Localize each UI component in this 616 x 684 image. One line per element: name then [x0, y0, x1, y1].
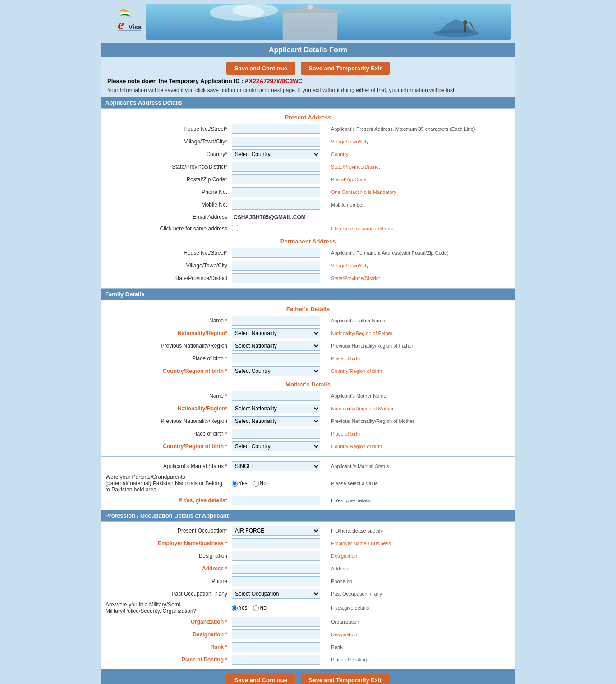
- mother-country-birth-select[interactable]: Select Country: [232, 441, 320, 451]
- same-address-input-wrap: [232, 225, 322, 233]
- present-address-title: Present Address: [101, 110, 515, 123]
- mobile-input[interactable]: [232, 200, 320, 210]
- designation-row: Designation Designation: [101, 550, 515, 562]
- employer-phone-input[interactable]: [232, 576, 320, 586]
- state-hint: State/Province/District: [331, 164, 380, 170]
- same-address-checkbox[interactable]: [232, 225, 238, 231]
- father-country-birth-select[interactable]: Select Country: [232, 366, 320, 376]
- postal-input[interactable]: [232, 174, 320, 184]
- designation-input-wrap: [232, 551, 322, 561]
- military-radio-group: Yes No: [232, 605, 322, 611]
- mother-place-birth-label: Place of birth *: [106, 431, 232, 437]
- top-save-continue-button[interactable]: Save and Continue: [226, 62, 295, 75]
- pakistan-details-label: If Yes, give details*: [106, 497, 232, 504]
- logo-area: e Visa: [105, 5, 146, 38]
- occupation-select[interactable]: AIR FORCE: [232, 526, 320, 536]
- village-input[interactable]: [232, 137, 320, 147]
- past-occupation-label: Past Occupation, if any: [106, 591, 232, 597]
- pakistan-details-input[interactable]: [232, 496, 320, 505]
- marital-status-select[interactable]: SINGLE: [232, 461, 320, 471]
- svg-point-11: [463, 20, 468, 24]
- family-details-section: Family Details Father's Details Name * A…: [101, 289, 515, 457]
- mil-designation-input[interactable]: [232, 629, 320, 639]
- rank-input[interactable]: [232, 642, 320, 652]
- profession-form: Present Occupation* AIR FORCE If Others,…: [101, 521, 515, 669]
- mother-prev-nationality-select[interactable]: Select Nationality: [232, 416, 320, 426]
- state-input[interactable]: [232, 162, 320, 172]
- father-country-birth-hint: Country/Region of birth: [331, 368, 382, 374]
- evisa-logo: e Visa: [105, 5, 146, 38]
- marital-form: Applicant's Marital Status * SINGLE Appl…: [101, 457, 515, 510]
- phone-input[interactable]: [232, 187, 320, 197]
- father-prev-nationality-hint: Previous Nationality/Region of Father: [331, 343, 413, 349]
- pakistan-yes-radio[interactable]: [232, 481, 238, 487]
- bottom-save-exit-button[interactable]: Save and Temporarily Exit: [301, 674, 390, 684]
- father-name-input-wrap: [232, 316, 322, 326]
- military-label: Are/were you in a Military/Semi-Military…: [106, 601, 232, 614]
- father-name-input[interactable]: [232, 316, 320, 326]
- perm-house-input[interactable]: [232, 248, 320, 258]
- mother-prev-nationality-label: Previous Nationality/Region: [106, 418, 232, 424]
- father-place-birth-input[interactable]: [232, 353, 320, 363]
- father-nationality-select[interactable]: Select Nationality: [232, 328, 320, 338]
- past-occupation-hint: Past Occupation, if any: [331, 591, 382, 597]
- pakistan-no-label: No: [253, 480, 267, 487]
- posting-hint: Place of Posting: [331, 657, 367, 662]
- mother-place-birth-input[interactable]: [232, 429, 320, 439]
- employer-phone-label: Phone: [106, 578, 232, 584]
- top-save-exit-button[interactable]: Save and Temporarily Exit: [301, 62, 390, 75]
- pakistan-no-radio[interactable]: [253, 481, 259, 487]
- mother-name-hint: Applicant's Mother Name: [331, 393, 386, 399]
- past-occupation-select[interactable]: Select Occupation: [232, 589, 320, 599]
- perm-village-input[interactable]: [232, 261, 320, 271]
- employer-row: Employer Name/business * Employer Name /…: [101, 537, 515, 550]
- mother-nationality-select[interactable]: Select Nationality: [232, 404, 320, 413]
- email-display: CSHAJBH785@GMAIL.COM: [232, 213, 308, 221]
- mother-country-birth-hint: Country/Region of birth: [331, 444, 382, 449]
- organization-input[interactable]: [232, 617, 320, 627]
- house-street-label: House No./Street*: [106, 126, 232, 132]
- perm-village-input-wrap: [232, 261, 322, 271]
- house-street-row: House No./Street* Applicant's Present Ad…: [101, 123, 515, 135]
- posting-input-wrap: [232, 655, 322, 665]
- top-action-buttons: Save and Continue Save and Temporarily E…: [101, 57, 515, 78]
- mother-nationality-input-wrap: Select Nationality: [232, 404, 322, 413]
- mother-name-input[interactable]: [232, 391, 320, 401]
- address-section-header: Applicant's Address Details: [101, 97, 515, 108]
- father-nationality-input-wrap: Select Nationality: [232, 328, 322, 338]
- pakistan-label: Were your Parents/Grandparents (paternal…: [106, 474, 232, 493]
- posting-input[interactable]: [232, 655, 320, 665]
- organization-hint: Organization: [331, 619, 359, 624]
- military-yes-label: Yes: [232, 605, 248, 611]
- bottom-save-continue-button[interactable]: Save and Continue: [226, 674, 295, 684]
- mobile-label: Mobile No.: [106, 202, 232, 208]
- military-yes-radio[interactable]: [232, 605, 238, 611]
- village-hint: Village/Town/City: [331, 139, 369, 144]
- father-place-birth-input-wrap: [232, 353, 322, 363]
- marital-status-label: Applicant's Marital Status *: [106, 463, 232, 469]
- perm-state-input-wrap: [232, 273, 322, 283]
- father-prev-nationality-select[interactable]: Select Nationality: [232, 341, 320, 351]
- employer-hint: Employer Name / Business: [331, 541, 391, 546]
- svg-rect-12: [464, 25, 466, 32]
- profession-section-header: Profession / Occupation Details of Appli…: [101, 510, 515, 521]
- designation-input[interactable]: [232, 551, 320, 561]
- occupation-input-wrap: AIR FORCE: [232, 526, 322, 536]
- military-yes-text: Yes: [239, 605, 248, 611]
- svg-text:e: e: [118, 16, 124, 32]
- mother-name-input-wrap: [232, 391, 322, 401]
- pakistan-yes-label: Yes: [232, 480, 248, 487]
- military-no-radio[interactable]: [253, 605, 259, 611]
- employer-input[interactable]: [232, 538, 320, 548]
- mobile-hint: Mobile number.: [331, 202, 365, 207]
- employer-address-input[interactable]: [232, 564, 320, 574]
- app-id-notice: Please note down the Temporary Applicati…: [101, 78, 515, 86]
- mother-nationality-row: Nationality/Region* Select Nationality N…: [101, 402, 515, 415]
- perm-state-label: State/Province/District: [106, 275, 232, 281]
- perm-village-hint: Village/Town/City: [331, 263, 369, 268]
- house-street-input[interactable]: [232, 124, 320, 134]
- perm-state-input[interactable]: [232, 273, 320, 283]
- country-select[interactable]: Select Country: [232, 149, 320, 159]
- father-details-title: Father's Details: [101, 302, 515, 314]
- marital-status-row: Applicant's Marital Status * SINGLE Appl…: [101, 460, 515, 473]
